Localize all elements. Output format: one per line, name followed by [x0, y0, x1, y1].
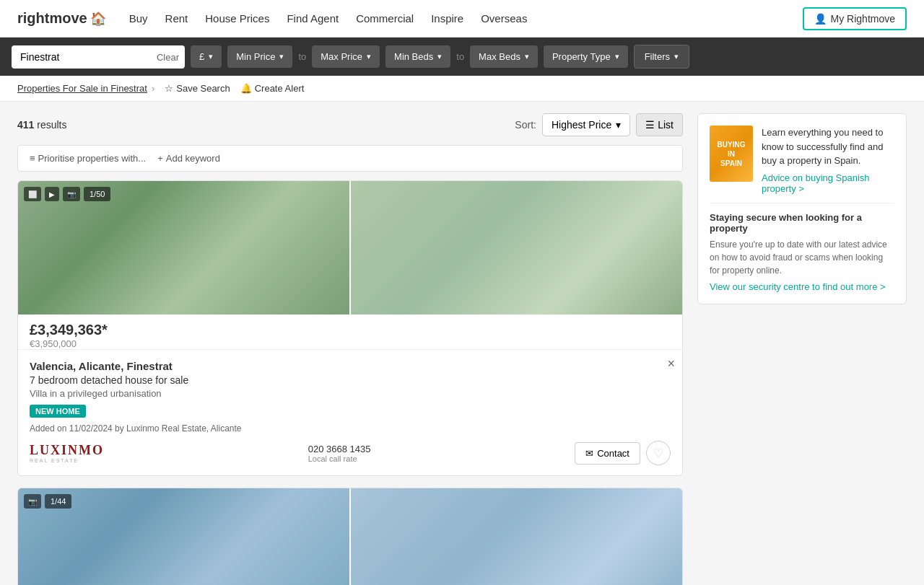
min-beds-filter[interactable]: Min Beds ▾	[385, 45, 450, 68]
breadcrumb-bar: Properties For Sale in Finestrat › ☆ Sav…	[0, 76, 924, 102]
floor-plan-icon-btn[interactable]: ⬜	[24, 187, 41, 201]
nav-find-agent[interactable]: Find Agent	[287, 12, 339, 25]
property-type-filter[interactable]: Property Type ▾	[544, 45, 628, 68]
main-nav: Buy Rent House Prices Find Agent Commerc…	[129, 12, 803, 25]
filters-button[interactable]: Filters ▾	[634, 45, 689, 69]
save-search-button[interactable]: ☆ Save Search	[165, 83, 230, 94]
min-beds-chevron-icon: ▾	[437, 52, 442, 61]
filters-chevron-icon: ▾	[674, 52, 679, 61]
sidebar-book-row: BUYINGINSPAIN Learn everything you need …	[710, 126, 894, 194]
listing-added-date: Added on 11/02/2024 by Luxinmo Real Esta…	[30, 423, 671, 434]
agent-phone-sub: Local call rate	[308, 454, 371, 463]
listing-type: 7 bedroom detached house for sale	[30, 374, 671, 386]
currency-chevron-icon: ▾	[209, 52, 213, 61]
currency-label: £	[199, 51, 204, 62]
list-view-label: List	[658, 119, 674, 131]
results-area: 411 results Sort: Highest Price ▾ ☰ List…	[0, 102, 924, 585]
nav-overseas[interactable]: Overseas	[481, 12, 527, 25]
logo-text: rightmove	[17, 10, 87, 27]
currency-filter[interactable]: £ ▾	[191, 45, 222, 68]
agent-actions: ✉ Contact ♡	[575, 441, 671, 465]
sort-value: Highest Price	[552, 119, 611, 131]
breadcrumb-link[interactable]: Properties For Sale in Finestrat	[17, 83, 147, 94]
logo[interactable]: rightmove 🏠	[17, 10, 106, 27]
listing-secondary-image[interactable]	[351, 488, 682, 585]
max-price-filter[interactable]: Max Price ▾	[312, 45, 380, 68]
add-keyword-button[interactable]: + Add keyword	[157, 153, 220, 164]
nav-inspire[interactable]: Inspire	[431, 12, 463, 25]
logo-home-icon: 🏠	[90, 11, 106, 27]
agent-row: LUXINMO REAL ESTATE 020 3668 1435 Local …	[30, 441, 671, 465]
nav-buy[interactable]: Buy	[129, 12, 148, 25]
my-rightmove-button[interactable]: 👤 My Rightmove	[803, 7, 907, 30]
agent-phone-number: 020 3668 1435	[308, 444, 371, 454]
listing-card: 📷 1/44 £2,501,423* €2,950,000 × Valencia…	[17, 488, 683, 585]
sort-button[interactable]: Highest Price ▾	[542, 113, 630, 136]
listing-close-button[interactable]: ×	[667, 357, 675, 370]
image-icons: ⬜ ▶ 📷 1/50	[24, 187, 110, 201]
heart-icon: ♡	[653, 447, 663, 460]
view-toggle-button[interactable]: ☰ List	[636, 113, 683, 136]
clear-search-button[interactable]: Clear	[157, 51, 179, 62]
sidebar: BUYINGINSPAIN Learn everything you need …	[697, 113, 907, 585]
save-search-label: Save Search	[176, 83, 230, 94]
listing-images[interactable]: 📷 1/44	[18, 488, 682, 585]
video-icon-btn[interactable]: ▶	[45, 187, 59, 201]
email-icon: ✉	[585, 448, 593, 459]
search-input-wrap: Clear	[12, 45, 185, 69]
new-home-badge: NEW HOME	[30, 405, 86, 418]
min-price-filter[interactable]: Min Price ▾	[227, 45, 292, 68]
create-alert-label: Create Alert	[255, 83, 305, 94]
agent-logo: LUXINMO REAL ESTATE	[30, 443, 104, 463]
agent-name: LUXINMO	[30, 443, 104, 458]
camera-icon-btn[interactable]: 📷	[24, 494, 41, 509]
listing-price-section: £3,349,363* €3,950,000	[18, 315, 682, 349]
sidebar-security-section: Staying secure when looking for a proper…	[710, 203, 894, 292]
camera-icon-btn[interactable]: 📷	[63, 187, 80, 201]
listing-card: ⬜ ▶ 📷 1/50 £3,349,363* €3,950,000 × Vale…	[17, 180, 683, 476]
max-beds-chevron-icon: ▾	[525, 52, 529, 61]
create-alert-button[interactable]: 🔔 Create Alert	[240, 83, 305, 94]
list-view-icon: ☰	[645, 119, 655, 131]
filters-label: Filters	[645, 51, 670, 62]
results-count: 411 results	[17, 119, 66, 131]
add-keyword-label: Add keyword	[166, 153, 220, 164]
listing-images[interactable]: ⬜ ▶ 📷 1/50	[18, 181, 682, 315]
main-header: rightmove 🏠 Buy Rent House Prices Find A…	[0, 0, 924, 38]
prioritise-filter[interactable]: ≡ Prioritise properties with...	[30, 153, 146, 164]
max-price-label: Max Price	[321, 51, 362, 62]
user-icon: 👤	[814, 13, 827, 25]
security-centre-link[interactable]: View our security centre to find out mor…	[710, 281, 894, 292]
listing-main-image[interactable]: 📷 1/44	[18, 488, 349, 585]
contact-agent-button[interactable]: ✉ Contact	[575, 442, 640, 465]
security-title: Staying secure when looking for a proper…	[710, 212, 894, 234]
min-beds-label: Min Beds	[394, 51, 433, 62]
image-icons: 📷 1/44	[24, 494, 71, 509]
max-beds-filter[interactable]: Max Beds ▾	[470, 45, 538, 68]
nav-house-prices[interactable]: House Prices	[205, 12, 269, 25]
nav-rent[interactable]: Rent	[165, 12, 188, 25]
breadcrumb-separator: ›	[152, 83, 154, 94]
buying-advice-link[interactable]: Advice on buying Spanish property >	[762, 172, 894, 194]
search-bar: Clear £ ▾ Min Price ▾ to Max Price ▾ Min…	[0, 38, 924, 76]
listing-price-original: €3,950,000	[30, 338, 671, 349]
max-price-chevron-icon: ▾	[367, 52, 371, 61]
save-property-button[interactable]: ♡	[646, 441, 671, 465]
min-price-chevron-icon: ▾	[279, 52, 284, 61]
listing-description: Villa in a privileged urbanisation	[30, 388, 671, 399]
sort-area: Sort: Highest Price ▾ ☰ List	[515, 113, 683, 136]
beds-separator: to	[456, 51, 464, 62]
sort-label: Sort:	[515, 119, 536, 131]
results-header: 411 results Sort: Highest Price ▾ ☰ List	[17, 113, 683, 136]
max-beds-label: Max Beds	[479, 51, 520, 62]
listing-secondary-image[interactable]	[351, 181, 682, 315]
agent-phone-info: 020 3668 1435 Local call rate	[308, 444, 371, 463]
nav-commercial[interactable]: Commercial	[356, 12, 414, 25]
min-price-label: Min Price	[236, 51, 275, 62]
sort-chevron-icon: ▾	[616, 119, 621, 131]
price-separator: to	[298, 51, 306, 62]
listing-main-image[interactable]: ⬜ ▶ 📷 1/50	[18, 181, 349, 315]
sidebar-guide-card: BUYINGINSPAIN Learn everything you need …	[697, 113, 907, 304]
property-type-label: Property Type	[552, 51, 611, 62]
sidebar-book-content: Learn everything you need to know to suc…	[762, 126, 894, 194]
